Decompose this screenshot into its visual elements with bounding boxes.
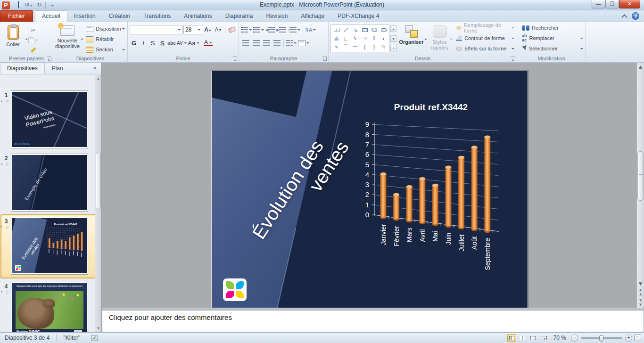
notes-placeholder[interactable]: Cliquez pour ajouter des commentaires: [102, 310, 644, 332]
shapes-scroll-down-icon[interactable]: ▼: [390, 35, 396, 42]
text-shadow-button[interactable]: S: [158, 40, 166, 47]
slide-2-thumbnail[interactable]: Exemple de vidéo: [11, 154, 88, 211]
bullets-button[interactable]: [241, 25, 252, 34]
section-button[interactable]: Section: [86, 45, 125, 54]
shape-curve[interactable]: 〜: [351, 43, 360, 51]
shape-arc[interactable]: ⌒: [341, 43, 350, 51]
animation-star-icon[interactable]: ☆: [1, 290, 11, 295]
paste-button[interactable]: Coller: [2, 24, 28, 55]
underline-button[interactable]: S: [149, 40, 157, 47]
align-right-button[interactable]: [262, 38, 271, 48]
shape-down-arrow[interactable]: ⇩: [370, 34, 379, 42]
close-panel-icon[interactable]: ✕: [91, 65, 98, 72]
align-left-button[interactable]: [241, 38, 250, 48]
zoom-slider-thumb[interactable]: [599, 335, 603, 342]
tab-insertion[interactable]: Insertion: [67, 11, 102, 22]
spellcheck-icon[interactable]: ✓: [91, 335, 98, 341]
change-case-button[interactable]: Aa: [188, 40, 200, 47]
next-slide-button[interactable]: ▼▼: [637, 298, 644, 307]
clipboard-dialog-launcher-icon[interactable]: [47, 57, 51, 61]
reset-button[interactable]: Rétablir: [86, 35, 125, 43]
animation-star-icon[interactable]: ☆: [1, 225, 11, 230]
copy-button[interactable]: [28, 35, 38, 45]
shrink-font-button[interactable]: A▼: [214, 25, 223, 34]
arrange-button[interactable]: Organiser: [399, 24, 428, 55]
company-logo[interactable]: [223, 278, 247, 301]
shape-rounded-rectangle[interactable]: [379, 26, 388, 34]
slide-canvas[interactable]: Évolution des ventes Produit ref.X3442 0…: [102, 63, 636, 308]
current-slide[interactable]: Évolution des ventes Produit ref.X3442 0…: [211, 71, 528, 309]
tab-fichier[interactable]: Fichier: [0, 10, 33, 22]
close-button[interactable]: ✕: [619, 0, 640, 8]
cut-button[interactable]: ✂: [28, 25, 38, 35]
zoom-slider[interactable]: [581, 337, 622, 339]
slides-panel-scrollbar[interactable]: ▲ ▼: [95, 75, 101, 332]
tab-transitions[interactable]: Transitions: [137, 11, 177, 22]
tab-creation[interactable]: Création: [102, 11, 137, 22]
editor-scrollbar[interactable]: ▲ ▼ ▲▲ ▼▼: [636, 63, 644, 308]
slide-thumb-item-1[interactable]: 1 ☆ Vidéo sousPowerPoint Nouveautés amad…: [1, 91, 93, 148]
select-button[interactable]: Sélectionner: [522, 44, 584, 53]
increase-indent-button[interactable]: ▶: [276, 25, 286, 34]
slide-thumb-item-3[interactable]: 3 ☆ Evolution desventes Produit ref.X344…: [1, 217, 93, 274]
fit-to-window-button[interactable]: [634, 335, 641, 341]
minimize-button[interactable]: —: [592, 0, 605, 8]
shape-cloud[interactable]: ◗: [379, 34, 388, 42]
tab-plan[interactable]: Plan: [45, 63, 70, 74]
font-name-combo[interactable]: [130, 25, 182, 34]
shape-star[interactable]: ☆: [379, 43, 388, 51]
decrease-indent-button[interactable]: ◀: [265, 25, 275, 34]
bold-button[interactable]: G: [130, 40, 138, 47]
view-slideshow-button[interactable]: [540, 334, 549, 342]
paragraph-dialog-launcher-icon[interactable]: [322, 57, 327, 61]
justify-button[interactable]: [272, 38, 281, 48]
slide-chart[interactable]: 0123456789JanvierFévrierMarsAvrilMaiJuin…: [212, 71, 528, 309]
drawing-dialog-launcher-icon[interactable]: [511, 57, 515, 61]
font-dialog-launcher-icon[interactable]: [232, 57, 237, 61]
align-center-button[interactable]: [251, 38, 261, 48]
numbering-button[interactable]: [253, 25, 264, 34]
view-normal-button[interactable]: [507, 334, 516, 342]
view-sorter-button[interactable]: [518, 334, 527, 342]
zoom-level[interactable]: 70 %: [551, 335, 569, 341]
animation-star-icon[interactable]: ☆: [1, 162, 11, 167]
animation-star-icon[interactable]: ☆: [1, 98, 11, 104]
grow-font-button[interactable]: A▲: [203, 25, 213, 34]
help-icon[interactable]: ?: [632, 12, 639, 20]
character-spacing-button[interactable]: AV: [177, 41, 187, 46]
replace-button[interactable]: abacRemplacer: [522, 34, 584, 42]
scroll-up-icon[interactable]: ▲: [96, 76, 101, 82]
scrollbar-thumb[interactable]: [96, 153, 101, 209]
format-painter-button[interactable]: [28, 45, 38, 55]
shape-scribble[interactable]: ∿: [332, 43, 341, 51]
tab-accueil[interactable]: Accueil: [35, 10, 67, 22]
view-reading-button[interactable]: [529, 334, 538, 342]
collapse-ribbon-icon[interactable]: [621, 14, 627, 18]
scroll-down-icon[interactable]: ▼: [637, 280, 644, 287]
shape-elbow[interactable]: ∟: [341, 34, 350, 42]
slide-counter[interactable]: Diapositive 3 de 4: [0, 335, 52, 341]
line-spacing-button[interactable]: ↕: [287, 25, 301, 34]
zoom-in-button[interactable]: +: [625, 335, 632, 342]
shape-textbox[interactable]: A: [332, 26, 341, 34]
shape-outline-button[interactable]: Contour de forme: [456, 34, 515, 42]
text-direction-button[interactable]: ⇅A: [305, 25, 316, 34]
quick-styles-button[interactable]: Stylesrapides: [430, 24, 453, 55]
tab-affichage[interactable]: Affichage: [294, 11, 331, 22]
scrollbar-thumb[interactable]: [637, 151, 644, 201]
shapes-scroll-up-icon[interactable]: ▲: [390, 25, 396, 32]
shape-triangle[interactable]: [332, 34, 341, 42]
shape-arrow[interactable]: ↘: [351, 26, 360, 34]
new-slide-button[interactable]: Nouvelle diapositive: [55, 24, 84, 55]
slide-1-thumbnail[interactable]: Vidéo sousPowerPoint Nouveautés amadeus: [11, 91, 88, 148]
shape-elbow-arrow[interactable]: ↳: [351, 34, 360, 42]
columns-button[interactable]: [286, 38, 297, 48]
shape-fill-button[interactable]: Remplissage de forme: [456, 24, 515, 32]
tab-animations[interactable]: Animations: [177, 11, 218, 22]
find-button[interactable]: Rechercher: [522, 24, 584, 32]
slide-thumb-item-2[interactable]: 2 ☆ Exemple de vidéo: [1, 154, 93, 211]
layout-button[interactable]: Disposition: [86, 24, 125, 33]
previous-slide-button[interactable]: ▲▲: [637, 288, 644, 296]
shape-effects-button[interactable]: Effets sur la forme: [456, 44, 515, 53]
tab-diaporama[interactable]: Diaporama: [219, 11, 260, 22]
